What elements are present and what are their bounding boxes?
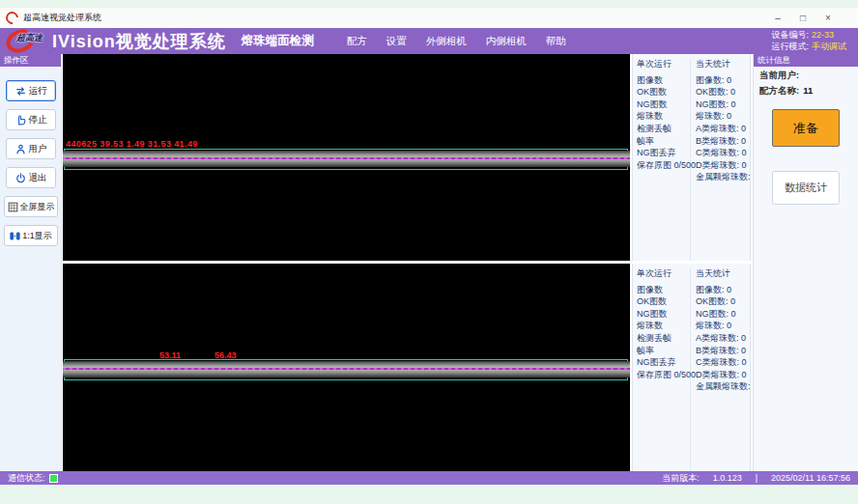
today-stats-title: 当天统计 (696, 58, 758, 70)
stat-row: OK图数: 0 (696, 86, 758, 98)
stat-row: A类熔珠数: 0 (696, 332, 758, 345)
stop-button[interactable]: 停止 (6, 109, 56, 130)
one-to-one-button-label: 1:1显示 (22, 230, 52, 242)
stat-row: 保存原图 0/500 (637, 159, 690, 172)
device-info: 设备编号:22-33 运行模式:手动调试 (771, 30, 846, 52)
menu-settings[interactable]: 设置 (386, 35, 407, 48)
single-run-title: 单次运行 (637, 267, 690, 280)
user-button-label: 用户 (29, 143, 47, 155)
stat-row: OK图数 (637, 86, 690, 98)
stat-row: D类熔珠数: 0 (696, 369, 758, 381)
one-to-one-icon (9, 230, 21, 242)
app-icon (3, 9, 20, 26)
stat-row: 熔珠数 (637, 110, 690, 123)
today-stats-title: 当天统计 (696, 267, 758, 280)
logo-text: 超高速 (16, 32, 43, 44)
recipe-name-label: 配方名称: (759, 85, 799, 96)
fullscreen-button[interactable]: 全屏显示 (4, 196, 58, 217)
menu-inner-camera[interactable]: 内侧相机 (486, 35, 527, 48)
operation-sidebar: 操作区 运行停止用户退出全屏显示1:1显示 (0, 54, 62, 471)
stat-row: 帧率 (637, 135, 690, 148)
stat-row: A类熔珠数: 0 (696, 123, 758, 135)
today-stats-column: 当天统计图像数: 0OK图数: 0NG图数: 0熔珠数: 0A类熔珠数: 0B类… (691, 267, 758, 471)
menu-bar: 配方设置外侧相机内侧相机帮助 (347, 35, 566, 48)
stat-row: 图像数 (637, 74, 690, 87)
statusbar-separator: | (756, 473, 758, 483)
stat-row: OK图数 (637, 295, 690, 308)
brand-logo: 超高速 (6, 30, 48, 52)
stat-row: 保存原图 0/500 (637, 369, 690, 381)
stat-row: 金属颗熔珠数: 0 (696, 380, 758, 393)
one-to-one-button[interactable]: 1:1显示 (4, 225, 58, 246)
info-panel-title: 统计信息 (754, 54, 858, 67)
stat-row: C类熔珠数: 0 (696, 356, 758, 369)
stat-row: 检测丢帧 (637, 332, 690, 345)
recipe-row: 配方名称:11 (754, 82, 858, 98)
stat-row: 熔珠数: 0 (696, 110, 758, 123)
single-run-column: 单次运行图像数OK图数NG图数熔珠数检测丢帧帧率NG图丢弃保存原图 0/500 (637, 58, 691, 261)
version-label: 当前版本: (662, 472, 700, 485)
outer-camera-view: 440625 39.53 1.49 31.53 41.49 (63, 54, 630, 261)
recipe-name-value: 11 (803, 85, 813, 96)
stat-row: 图像数 (637, 284, 690, 296)
stat-row: B类熔珠数: 0 (696, 345, 758, 357)
current-user-row: 当前用户: (754, 67, 858, 82)
stat-row: NG图数 (637, 98, 690, 111)
datetime-value: 2025/02/11 16:57:56 (771, 473, 850, 483)
stop-hand-icon (14, 114, 27, 126)
sidebar-title: 操作区 (0, 54, 61, 67)
window-title: 超高速视觉处理系统 (23, 12, 101, 24)
status-bar: 通信状态: 当前版本: 1.0.123 | 2025/02/11 16:57:5… (0, 471, 858, 485)
run-icon (14, 85, 27, 98)
device-number-value: 22-33 (812, 30, 834, 40)
user-icon (14, 143, 27, 155)
info-panel: 统计信息 当前用户: 配方名称:11 准备 数据统计 (753, 54, 858, 471)
minimize-button[interactable]: – (767, 13, 788, 23)
stat-row: D类熔珠数: 0 (696, 159, 758, 172)
fullscreen-button-label: 全屏显示 (20, 201, 55, 213)
stat-row: NG图丢弃 (637, 147, 690, 159)
data-statistics-button[interactable]: 数据统计 (772, 171, 840, 205)
comm-status-indicator (49, 474, 58, 483)
menu-recipe[interactable]: 配方 (347, 35, 367, 48)
run-button[interactable]: 运行 (6, 80, 56, 101)
app-title: IVision视觉处理系统 (52, 30, 226, 53)
fullscreen-grid-icon (7, 201, 19, 213)
prepare-button[interactable]: 准备 (772, 109, 840, 147)
stat-row: 帧率 (637, 345, 690, 357)
camera-viewport: 440625 39.53 1.49 31.53 41.49 53.11 56.4… (63, 54, 630, 471)
single-run-column: 单次运行图像数OK图数NG图数熔珠数检测丢帧帧率NG图丢弃保存原图 0/500 (637, 267, 691, 471)
device-number-label: 设备编号: (771, 30, 809, 40)
detection-trace-line (63, 157, 630, 159)
inner-camera-view: 53.11 56.43 (63, 264, 630, 471)
version-value: 1.0.123 (713, 473, 742, 483)
run-mode-value: 手动调试 (812, 42, 846, 51)
run-mode-label: 运行模式: (771, 42, 809, 51)
power-icon (14, 172, 27, 184)
main-area: 操作区 运行停止用户退出全屏显示1:1显示 440625 39.53 1.49 … (0, 54, 858, 471)
stat-row: 检测丢帧 (637, 123, 690, 135)
titlebar: 超高速视觉处理系统 – □ × (0, 8, 858, 28)
menu-help[interactable]: 帮助 (546, 35, 566, 48)
today-stats-column: 当天统计图像数: 0OK图数: 0NG图数: 0熔珠数: 0A类熔珠数: 0B类… (691, 58, 758, 261)
app-subtitle: 熔珠端面检测 (242, 33, 314, 49)
stat-row: 图像数: 0 (696, 284, 758, 296)
stat-row: OK图数: 0 (696, 295, 758, 308)
maximize-button[interactable]: □ (792, 13, 814, 23)
exit-button-label: 退出 (29, 172, 47, 184)
close-button[interactable]: × (817, 13, 839, 23)
stat-row: NG图数: 0 (696, 98, 758, 111)
stat-row: B类熔珠数: 0 (696, 135, 758, 148)
menu-outer-camera[interactable]: 外侧相机 (426, 35, 467, 48)
stats-panel-bottom: 单次运行图像数OK图数NG图数熔珠数检测丢帧帧率NG图丢弃保存原图 0/500当… (632, 264, 751, 471)
stats-panel-top: 单次运行图像数OK图数NG图数熔珠数检测丢帧帧率NG图丢弃保存原图 0/500当… (632, 54, 751, 261)
stat-row: 图像数: 0 (696, 74, 758, 87)
stat-row: NG图丢弃 (637, 356, 690, 369)
stat-row: 熔珠数: 0 (696, 320, 758, 332)
comm-status-label: 通信状态: (8, 472, 45, 485)
single-run-title: 单次运行 (637, 58, 690, 70)
exit-button[interactable]: 退出 (6, 167, 56, 188)
stat-row: C类熔珠数: 0 (696, 147, 758, 159)
run-button-label: 运行 (29, 85, 47, 98)
user-button[interactable]: 用户 (6, 138, 56, 159)
